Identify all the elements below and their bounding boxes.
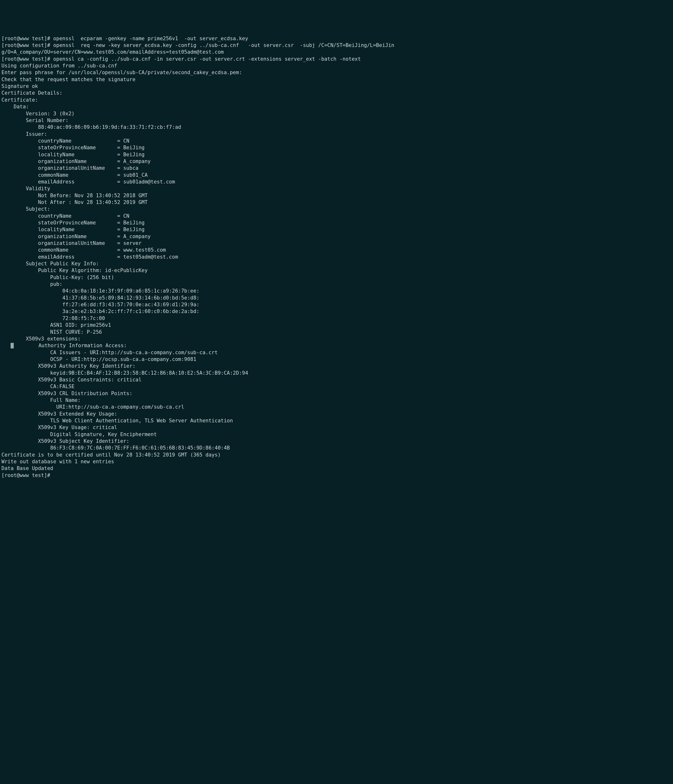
terminal-line: X509v3 Subject Key Identifier:: [2, 438, 671, 445]
terminal-line: X509v3 Basic Constraints: critical: [2, 376, 671, 383]
terminal-line: Version: 3 (0x2): [2, 110, 671, 117]
terminal-line: 3a:2e:e2:b3:b4:2c:ff:7f:c1:60:c0:6b:de:2…: [2, 308, 671, 315]
terminal-line: Data:: [2, 103, 671, 110]
terminal-line: Subject:: [2, 205, 671, 212]
terminal-line: 41:37:68:5b:e5:89:84:12:93:14:6b:d0:bd:5…: [2, 294, 671, 301]
terminal-line: pub:: [2, 281, 671, 288]
terminal-line: Check that the request matches the signa…: [2, 76, 671, 83]
terminal-line: Certificate:: [2, 96, 671, 103]
terminal-line: X509v3 extensions:: [2, 335, 671, 342]
terminal-text: [2, 343, 11, 348]
terminal-line: Not After : Nov 28 13:40:52 2019 GMT: [2, 199, 671, 205]
terminal-line: [root@www test]# openssl ca -config ../s…: [2, 56, 671, 62]
terminal-line: CA:FALSE: [2, 383, 671, 390]
cursor-block-icon: [11, 343, 14, 348]
terminal-line: localityName = BeiJing: [2, 226, 671, 233]
terminal-line: ASN1 OID: prime256v1: [2, 322, 671, 328]
terminal-line: keyid:9B:EC:B4:AF:12:B8:23:58:BC:12:86:8…: [2, 370, 671, 376]
terminal-line: Write out database with 1 new entries: [2, 458, 671, 465]
terminal-line: Digital Signature, Key Encipherment: [2, 431, 671, 438]
terminal-line: Serial Number:: [2, 117, 671, 124]
terminal-line: commonName = www.test05.com: [2, 247, 671, 253]
terminal-line: TLS Web Client Authentication, TLS Web S…: [2, 417, 671, 424]
terminal-line: Signature ok: [2, 83, 671, 90]
terminal-line: Certificate is to be certified until Nov…: [2, 451, 671, 458]
terminal-line: emailAddress = test05adm@test.com: [2, 254, 671, 260]
terminal-line: X509v3 Extended Key Usage:: [2, 411, 671, 417]
terminal-line: countryName = CN: [2, 137, 671, 144]
terminal-line: organizationalUnitName = subca: [2, 165, 671, 171]
terminal-window[interactable]: [root@www test]# openssl ecparam -genkey…: [0, 34, 673, 784]
terminal-line: ff:27:e6:dd:f3:43:57:70:0e:ac:43:69:d1:2…: [2, 301, 671, 308]
terminal-line: localityName = BeiJing: [2, 151, 671, 158]
terminal-line: organizationalUnitName = server: [2, 240, 671, 247]
terminal-line: Subject Public Key Info:: [2, 260, 671, 267]
terminal-line: NIST CURVE: P-256: [2, 329, 671, 335]
terminal-line: X509v3 Key Usage: critical: [2, 424, 671, 431]
terminal-line: Validity: [2, 185, 671, 192]
terminal-line: countryName = CN: [2, 213, 671, 219]
terminal-line: [root@www test]# openssl ecparam -genkey…: [2, 35, 671, 42]
terminal-line: 88:40:ac:09:86:09:b6:19:9d:fa:33:71:f2:c…: [2, 124, 671, 131]
terminal-line: Issuer:: [2, 131, 671, 137]
terminal-line: Data Base Updated: [2, 465, 671, 472]
terminal-line: OCSP - URI:http://ocsp.sub-ca.a-company.…: [2, 356, 671, 362]
terminal-line: URI:http://sub-ca.a-company.com/sub-ca.c…: [2, 404, 671, 410]
terminal-line: Public-Key: (256 bit): [2, 274, 671, 281]
terminal-line: X509v3 Authority Key Identifier:: [2, 362, 671, 369]
terminal-line: commonName = sub01_CA: [2, 172, 671, 179]
terminal-line: [root@www test]# openssl req -new -key s…: [2, 42, 671, 49]
terminal-line: 86:F3:C8:69:7C:0A:00:7E:FF:F6:0C:61:05:6…: [2, 445, 671, 451]
terminal-line: Authority Information Access:: [2, 342, 671, 349]
terminal-line: CA Issuers - URI:http://sub-ca.a-company…: [2, 349, 671, 356]
terminal-line: stateOrProvinceName = BeiJing: [2, 219, 671, 226]
terminal-line: X509v3 CRL Distribution Points:: [2, 390, 671, 397]
terminal-line: Not Before: Nov 28 13:40:52 2018 GMT: [2, 192, 671, 199]
terminal-line: 72:08:f5:7c:00: [2, 315, 671, 322]
terminal-line: organizationName = A_company: [2, 233, 671, 240]
terminal-line: stateOrProvinceName = BeiJing: [2, 144, 671, 151]
terminal-text: Authority Information Access:: [14, 343, 130, 348]
terminal-line: emailAddress = sub01adm@test.com: [2, 179, 671, 185]
terminal-line: 04:cb:0a:18:1e:3f:9f:09:a6:85:1c:a9:26:7…: [2, 288, 671, 294]
terminal-line: g/O=A_company/OU=server/CN=www.test05.co…: [2, 49, 671, 55]
terminal-line: Certificate Details:: [2, 90, 671, 96]
terminal-line: Full Name:: [2, 397, 671, 404]
terminal-prompt[interactable]: [root@www test]#: [2, 472, 671, 479]
terminal-line: Enter pass phrase for /usr/local/openssl…: [2, 69, 671, 76]
terminal-line: organizationName = A_company: [2, 158, 671, 165]
terminal-line: Public Key Algorithm: id-ecPublicKey: [2, 267, 671, 274]
terminal-line: Using configuration from ../sub-ca.cnf: [2, 62, 671, 69]
